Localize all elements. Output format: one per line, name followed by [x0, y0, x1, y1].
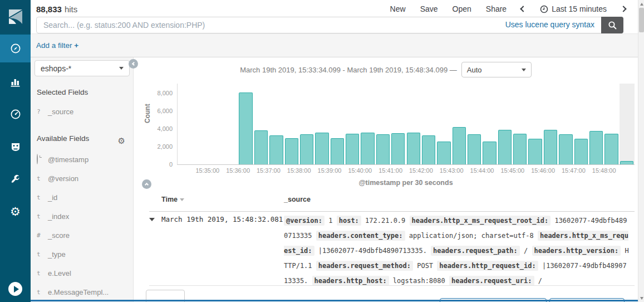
x-tick-label: 15:43:00 — [440, 167, 464, 174]
source-field-key: headers.request_uri: — [449, 276, 534, 286]
histogram-bar[interactable] — [498, 130, 512, 164]
index-pattern-value: eshops-* — [41, 64, 71, 73]
search-button[interactable] — [601, 17, 623, 33]
field-item-_score[interactable]: #_score — [31, 226, 133, 245]
scrollbar-thumb[interactable] — [639, 8, 644, 32]
histogram-bar[interactable] — [589, 131, 603, 164]
histogram-bar[interactable] — [528, 139, 542, 164]
histogram-bar[interactable] — [559, 134, 572, 164]
histogram-plot[interactable]: 02,0004,0006,0008,000 — [177, 84, 635, 165]
source-field-key: host: — [337, 216, 361, 226]
index-pattern-select[interactable]: eshops-* — [35, 60, 130, 76]
column-header-source: _source — [284, 196, 311, 203]
collapse-nav-button[interactable] — [8, 282, 22, 296]
field-name: _type — [48, 250, 66, 259]
histogram-bar[interactable] — [437, 142, 450, 164]
top-bar: 88,833 hits NewSaveOpenShare Last 15 min… — [31, 0, 638, 33]
histogram-bar[interactable] — [315, 133, 328, 164]
time-forward-icon[interactable] — [620, 6, 626, 12]
kibana-logo[interactable] — [0, 0, 31, 33]
field-name: e.MessageTempl... — [48, 288, 109, 296]
field-item-@version[interactable]: t@version — [31, 169, 133, 188]
field-item-_index[interactable]: t_index — [31, 207, 133, 226]
hits-label: hits — [65, 4, 77, 14]
histogram-bar[interactable] — [376, 134, 390, 164]
field-item-_source[interactable]: ?_source — [31, 102, 133, 121]
x-tick-label: 15:38:00 — [287, 167, 311, 174]
nav-visualize[interactable] — [0, 68, 31, 96]
source-field-key: headers.http_request_id: — [437, 261, 538, 271]
source-field-key: headers.content_type: — [316, 231, 405, 241]
source-field-key: @version: — [284, 216, 325, 226]
histogram-bar[interactable] — [285, 138, 298, 164]
field-name: _index — [48, 212, 69, 221]
histogram-header: March 19th 2019, 15:33:34.099 - March 19… — [134, 61, 638, 79]
clock-icon — [540, 5, 548, 13]
column-header-time[interactable]: Time — [161, 196, 184, 203]
histogram-bar[interactable] — [391, 133, 405, 164]
expand-row-icon[interactable] — [149, 218, 155, 221]
field-item-_type[interactable]: t_type — [31, 245, 133, 264]
histogram-bar[interactable] — [544, 130, 557, 164]
nav-timelion[interactable] — [0, 133, 31, 160]
action-save-button[interactable]: Save — [420, 4, 438, 13]
interval-select[interactable]: Auto — [461, 62, 532, 77]
action-open-button[interactable]: Open — [453, 4, 471, 13]
field-name: _score — [48, 231, 70, 240]
x-axis-caption: @timestamp per 30 seconds — [177, 179, 635, 187]
histogram-bar[interactable] — [604, 134, 618, 164]
histogram-bar[interactable] — [407, 133, 420, 164]
field-item-@timestamp[interactable]: @timestamp — [31, 150, 133, 169]
interval-value: Auto — [467, 66, 482, 74]
collapse-histogram-button[interactable] — [142, 179, 151, 189]
histogram-bar[interactable] — [483, 142, 496, 164]
x-tick-label: 15:44:00 — [470, 167, 494, 174]
field-item-_id[interactable]: t_id — [31, 188, 133, 207]
histogram-bar[interactable] — [422, 135, 435, 164]
histogram-bar[interactable] — [361, 133, 374, 164]
source-field-key: headers.request_path: — [431, 246, 520, 256]
lucene-syntax-link[interactable]: Uses lucene query syntax — [505, 20, 594, 29]
histogram-bar[interactable] — [269, 135, 283, 164]
nav-dashboard[interactable] — [0, 100, 31, 128]
add-filter-link[interactable]: Add a filter + — [36, 41, 78, 50]
hits-count: 88,833 — [36, 4, 62, 14]
x-tick-label: 15:36:00 — [226, 167, 250, 174]
histogram-bar[interactable] — [331, 138, 344, 164]
table-divider — [149, 211, 635, 212]
action-share-button[interactable]: Share — [486, 4, 507, 13]
field-item-e.Level[interactable]: te.Level — [31, 264, 133, 282]
scroll-down-icon[interactable] — [638, 295, 644, 301]
search-row: Uses lucene query syntax — [36, 17, 623, 33]
time-back-icon[interactable] — [520, 6, 526, 12]
fields-panel: eshops-* Selected Fields ?_source Availa… — [31, 57, 134, 302]
nav-discover[interactable] — [0, 35, 31, 62]
action-new-button[interactable]: New — [390, 4, 406, 13]
histogram-bar[interactable] — [468, 134, 481, 164]
histogram-bar[interactable] — [513, 134, 527, 164]
histogram-bar[interactable] — [239, 92, 252, 164]
action-buttons: NewSaveOpenShare — [390, 4, 507, 13]
histogram-bar[interactable] — [254, 130, 268, 164]
field-settings-gear-icon[interactable]: ⚙ — [118, 136, 125, 146]
collapse-sidebar-button[interactable] — [129, 59, 138, 69]
time-picker[interactable]: Last 15 minutes — [540, 4, 607, 13]
vertical-scrollbar[interactable] — [638, 0, 644, 302]
y-tick-label: 6,000 — [157, 108, 173, 114]
histogram-bar[interactable] — [620, 161, 633, 164]
histogram-bar[interactable] — [346, 134, 359, 164]
nav-dev-tools[interactable] — [0, 165, 31, 193]
y-tick-label: 0 — [169, 161, 173, 168]
app-navigation-rail: ⚙ — [0, 0, 31, 302]
chevron-up-icon — [145, 183, 149, 187]
available-fields-list: @timestampt@versiont_idt_index#_scoret_t… — [31, 150, 133, 301]
field-item-e.MessageTempl...[interactable]: te.MessageTempl... — [31, 282, 133, 301]
field-name: @timestamp — [48, 155, 89, 164]
bar-chart-icon — [10, 77, 21, 87]
histogram-bar[interactable] — [300, 134, 313, 164]
nav-management[interactable]: ⚙ — [0, 197, 31, 225]
histogram-bar[interactable] — [574, 139, 588, 164]
doc-table-header: Time _source — [134, 196, 638, 210]
histogram-bar[interactable] — [453, 127, 466, 164]
scroll-up-icon[interactable] — [638, 1, 644, 7]
